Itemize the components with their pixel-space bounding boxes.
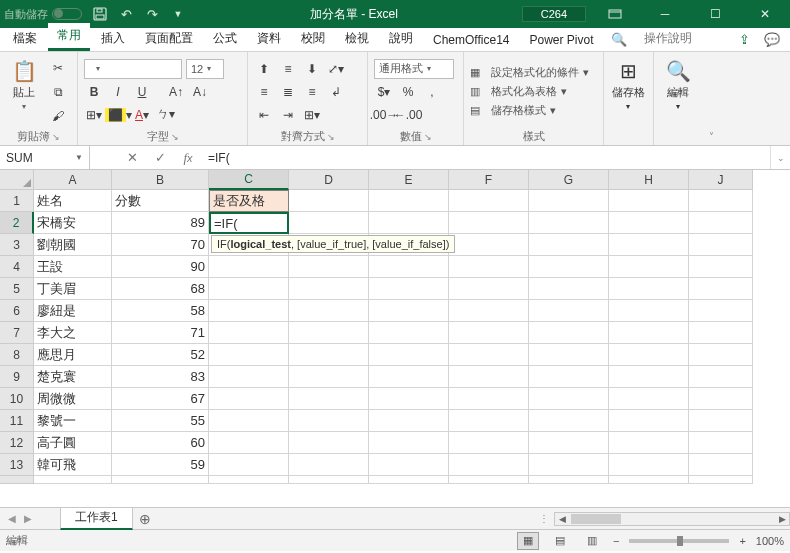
orientation-icon[interactable]: ⤢▾ xyxy=(326,59,346,79)
collapse-ribbon-icon[interactable]: ˅ xyxy=(702,52,720,145)
horizontal-scrollbar[interactable]: ◀▶ xyxy=(554,512,790,526)
font-size-combo[interactable]: 12▾ xyxy=(186,59,224,79)
align-top-icon[interactable]: ⬆ xyxy=(254,59,274,79)
cell[interactable] xyxy=(609,432,689,454)
cell[interactable]: 是否及格 xyxy=(209,190,289,212)
cell[interactable] xyxy=(289,300,369,322)
align-center-icon[interactable]: ≣ xyxy=(278,82,298,102)
cell[interactable] xyxy=(529,410,609,432)
ribbon-display-icon[interactable] xyxy=(594,0,636,28)
cell[interactable] xyxy=(289,322,369,344)
fx-icon[interactable]: fx xyxy=(174,146,202,169)
cell[interactable] xyxy=(289,278,369,300)
italic-button[interactable]: I xyxy=(108,82,128,102)
cells-button[interactable]: ⊞儲存格▾ xyxy=(610,55,646,128)
cell[interactable] xyxy=(609,366,689,388)
grow-font-icon[interactable]: A↑ xyxy=(166,82,186,102)
cell[interactable] xyxy=(529,300,609,322)
cell[interactable] xyxy=(529,454,609,476)
cell[interactable] xyxy=(529,278,609,300)
cell[interactable]: 丁美眉 xyxy=(34,278,112,300)
tell-me[interactable]: 操作說明 xyxy=(635,26,701,51)
cell[interactable] xyxy=(289,212,369,234)
cell[interactable]: =IF(IF(logical_test, [value_if_true], [v… xyxy=(209,212,289,234)
tab-review[interactable]: 校閱 xyxy=(292,26,334,51)
cell[interactable] xyxy=(369,388,449,410)
cell[interactable]: 姓名 xyxy=(34,190,112,212)
cell[interactable] xyxy=(689,454,753,476)
name-box[interactable]: SUM▼ xyxy=(0,146,90,169)
col-header[interactable]: J xyxy=(689,170,753,190)
cell[interactable] xyxy=(609,454,689,476)
cell[interactable] xyxy=(689,234,753,256)
cell[interactable] xyxy=(689,256,753,278)
underline-button[interactable]: U xyxy=(132,82,152,102)
row-header[interactable]: 7 xyxy=(0,322,34,344)
tab-file[interactable]: 檔案 xyxy=(4,26,46,51)
col-header[interactable]: E xyxy=(369,170,449,190)
zoom-slider[interactable] xyxy=(629,539,729,543)
new-sheet-button[interactable]: ⊕ xyxy=(133,511,157,527)
tab-insert[interactable]: 插入 xyxy=(92,26,134,51)
cell[interactable]: 58 xyxy=(112,300,209,322)
cell[interactable] xyxy=(529,388,609,410)
cell[interactable] xyxy=(529,212,609,234)
cell[interactable]: 宋橋安 xyxy=(34,212,112,234)
row-header[interactable]: 1 xyxy=(0,190,34,212)
border-button[interactable]: ⊞▾ xyxy=(84,105,104,125)
align-middle-icon[interactable]: ≡ xyxy=(278,59,298,79)
cell[interactable] xyxy=(289,190,369,212)
close-button[interactable]: ✕ xyxy=(744,0,786,28)
font-color-button[interactable]: A▾ xyxy=(132,105,152,125)
cell-styles-button[interactable]: ▤ 儲存格樣式▾ xyxy=(470,103,589,118)
cell[interactable] xyxy=(449,256,529,278)
merge-button[interactable]: ⊞▾ xyxy=(302,105,322,125)
decimal-inc-icon[interactable]: .00→ xyxy=(374,105,394,125)
cell[interactable] xyxy=(209,322,289,344)
cell[interactable] xyxy=(209,366,289,388)
enter-formula-icon[interactable]: ✓ xyxy=(146,146,174,169)
cell[interactable] xyxy=(609,410,689,432)
cell[interactable] xyxy=(609,322,689,344)
comments-button[interactable]: 💬 xyxy=(758,28,786,51)
save-icon[interactable] xyxy=(92,6,108,22)
cell[interactable] xyxy=(609,212,689,234)
cell[interactable] xyxy=(369,410,449,432)
cell[interactable] xyxy=(609,256,689,278)
row-header[interactable]: 10 xyxy=(0,388,34,410)
cell[interactable] xyxy=(449,388,529,410)
row-header[interactable]: 6 xyxy=(0,300,34,322)
currency-icon[interactable]: $▾ xyxy=(374,82,394,102)
cell[interactable] xyxy=(689,410,753,432)
row-header[interactable]: 3 xyxy=(0,234,34,256)
cell[interactable]: 劉朝國 xyxy=(34,234,112,256)
cell[interactable] xyxy=(369,278,449,300)
cell[interactable] xyxy=(369,256,449,278)
page-break-view-icon[interactable]: ▥ xyxy=(581,532,603,550)
cell[interactable] xyxy=(609,190,689,212)
copy-icon[interactable]: ⧉ xyxy=(48,82,68,102)
indent-inc-icon[interactable]: ⇥ xyxy=(278,105,298,125)
row-header[interactable]: 13 xyxy=(0,454,34,476)
cell[interactable] xyxy=(689,432,753,454)
cell[interactable] xyxy=(609,344,689,366)
expand-formula-icon[interactable]: ⌄ xyxy=(770,146,790,169)
col-header[interactable]: D xyxy=(289,170,369,190)
row-header[interactable]: 5 xyxy=(0,278,34,300)
font-family-combo[interactable]: ▾ xyxy=(84,59,182,79)
cell[interactable]: 分數 xyxy=(112,190,209,212)
cell[interactable] xyxy=(449,344,529,366)
cell[interactable] xyxy=(369,190,449,212)
cell[interactable] xyxy=(369,212,449,234)
fill-color-button[interactable]: ⬛▾ xyxy=(108,105,128,125)
cell[interactable] xyxy=(689,190,753,212)
tab-layout[interactable]: 頁面配置 xyxy=(136,26,202,51)
cell[interactable]: 60 xyxy=(112,432,209,454)
col-header[interactable]: C xyxy=(209,170,289,190)
normal-view-icon[interactable]: ▦ xyxy=(517,532,539,550)
cell[interactable] xyxy=(449,278,529,300)
cell[interactable] xyxy=(289,366,369,388)
format-painter-icon[interactable]: 🖌 xyxy=(48,106,68,126)
paste-button[interactable]: 📋 貼上 ▾ xyxy=(6,55,42,128)
qat-dropdown-icon[interactable]: ▼ xyxy=(170,6,186,22)
